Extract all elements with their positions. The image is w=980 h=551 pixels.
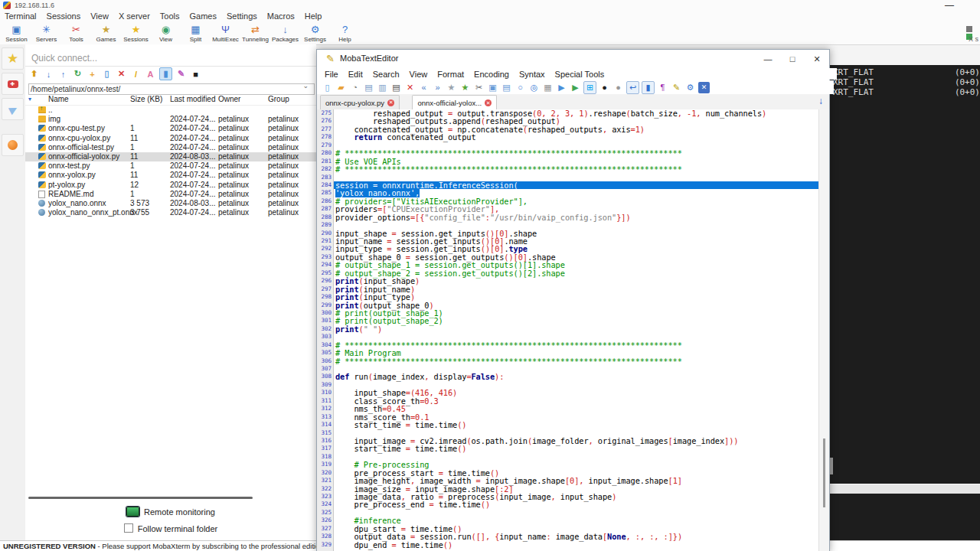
upload-icon[interactable]: ↑ (57, 68, 69, 80)
menu-item-help[interactable]: Help (305, 11, 322, 21)
search-icon[interactable]: ○ (514, 82, 526, 93)
copy-icon[interactable]: ▣ (487, 82, 498, 93)
history-icon[interactable]: ◔ (349, 82, 361, 93)
toolbar-button-tools[interactable]: ✂Tools (61, 21, 91, 44)
editor-menu-special-tools[interactable]: Special Tools (555, 70, 605, 79)
table-row[interactable]: pt-yolox.py122024-07-24...petalinuxpetal… (25, 181, 316, 190)
download-icon[interactable]: ↓ (43, 68, 54, 80)
bookmark-green-icon[interactable]: ★ (459, 82, 471, 93)
paste-icon[interactable]: ▤ (501, 82, 512, 93)
exit-editor-icon[interactable]: ✕ (698, 82, 710, 93)
editor-menu-search[interactable]: Search (373, 70, 400, 79)
close-file-icon[interactable]: ✕ (404, 82, 416, 93)
bookmark-icon[interactable]: ★ (446, 82, 457, 93)
table-row[interactable]: README.md12024-07-24...petalinuxpetalinu… (25, 190, 316, 199)
table-row[interactable]: img2024-07-24...petalinuxpetalinux (25, 115, 316, 124)
editor-menu-format[interactable]: Format (437, 70, 464, 79)
column-header-modified[interactable]: Last modified (170, 95, 215, 103)
editor-menu-edit[interactable]: Edit (348, 70, 363, 79)
remote-monitoring-button[interactable]: Remote monitoring (25, 507, 316, 517)
follow-terminal-checkbox[interactable] (124, 523, 133, 533)
toolbar-button-session[interactable]: ▣Session (2, 21, 31, 44)
new-folder-icon[interactable]: + (87, 68, 98, 80)
tab-close-icon[interactable]: ✕ (387, 99, 394, 106)
new-file-icon[interactable]: ▯ (101, 68, 113, 80)
tab-onnx-official-yolox-[interactable]: onnx-official-yolox...✕ (412, 95, 497, 110)
menu-item-tools[interactable]: Tools (160, 11, 180, 21)
delete-icon[interactable]: ✕ (116, 68, 127, 80)
sidebar-games-button[interactable] (2, 134, 24, 156)
linux-icon[interactable]: ● (599, 82, 610, 93)
unindent-icon[interactable]: « (418, 82, 430, 93)
pilcrow-icon[interactable]: ¶ (657, 82, 668, 93)
column-header-group[interactable]: Group (268, 95, 289, 103)
toolbar-button-help[interactable]: ?Help (330, 21, 360, 44)
column-mode-icon[interactable]: ▮ (642, 81, 655, 94)
menu-item-macros[interactable]: Macros (267, 11, 295, 21)
editor-scrollbar[interactable] (818, 109, 829, 551)
toolbar-button-servers[interactable]: ✳Servers (31, 21, 61, 44)
apple-icon[interactable]: ● (612, 82, 624, 93)
parent-folder-icon[interactable]: ⬆ (28, 68, 40, 80)
wand-icon[interactable]: ✎ (175, 68, 187, 80)
table-row[interactable]: onnx-official-yolox.py112024-08-03...pet… (25, 152, 316, 161)
editor-maximize-button[interactable]: □ (780, 50, 805, 68)
minimize-button[interactable]: — (942, 0, 957, 11)
move-file-icon[interactable]: ▶ (570, 82, 581, 93)
new-file-icon[interactable]: ▯ (322, 82, 333, 93)
key-icon[interactable]: / (130, 68, 142, 80)
tab-close-icon[interactable]: ✕ (485, 99, 492, 106)
toolbar-button-packages[interactable]: ↓Packages (270, 21, 300, 44)
menu-item-settings[interactable]: Settings (227, 11, 257, 21)
menu-item-terminal[interactable]: Terminal (5, 11, 37, 21)
sidebar-tools-button[interactable] (2, 73, 24, 95)
toolbar-button-tunneling[interactable]: ⇄Tunneling (240, 21, 270, 44)
toolbar-button-games[interactable]: ★Games (91, 21, 121, 44)
print-icon[interactable]: ▤ (390, 82, 402, 93)
toolbar-button-sessions[interactable]: ★Sessions (121, 21, 151, 44)
editor-scrollbar-thumb[interactable] (823, 439, 825, 507)
horizontal-scrollbar[interactable] (28, 497, 253, 499)
save-icon[interactable]: ▤ (363, 82, 374, 93)
table-row[interactable]: onnx-cpu-test.py12024-07-24...petalinuxp… (25, 124, 316, 133)
tab-onnx-cpu-yolox-py[interactable]: onnx-cpu-yolox.py✕ (320, 95, 400, 109)
editor-menu-encoding[interactable]: Encoding (474, 70, 509, 79)
table-row[interactable]: onnx-official-test.py12024-07-24...petal… (25, 143, 316, 152)
copy-file-icon[interactable]: ▶ (556, 82, 567, 93)
editor-settings-icon[interactable]: ⚙ (684, 82, 696, 93)
path-input[interactable] (28, 83, 315, 95)
cut-icon[interactable]: ✂ (473, 82, 485, 93)
editor-close-button[interactable]: ✕ (805, 50, 829, 68)
menu-item-games[interactable]: Games (190, 11, 217, 21)
menu-item-sessions[interactable]: Sessions (47, 11, 81, 21)
table-row[interactable]: yolox_nano_onnx_pt.onnx3 7552024-07-24..… (25, 208, 316, 217)
permissions-icon[interactable]: A (145, 68, 156, 80)
column-header-owner[interactable]: Owner (218, 95, 240, 103)
windows-icon[interactable]: ⊞ (583, 81, 596, 94)
replace-icon[interactable]: ◎ (528, 82, 540, 93)
table-row[interactable]: onnx-test.py12024-07-24...petalinuxpetal… (25, 161, 316, 171)
view-mode-icon[interactable]: ▮ (159, 67, 172, 80)
sort-arrow-icon[interactable]: ▾ (28, 96, 31, 103)
toolbar-button-settings[interactable]: ⚙Settings (300, 21, 330, 44)
menu-item-view[interactable]: View (90, 11, 109, 21)
scroll-down-arrow-icon[interactable]: ↓ (818, 96, 823, 106)
toolbar-button-view[interactable]: ◉View (151, 21, 181, 44)
chevron-down-icon[interactable]: ⌄ (302, 82, 309, 90)
save-as-icon[interactable]: ▥ (377, 82, 388, 93)
editor-minimize-button[interactable]: — (756, 50, 780, 68)
undo-icon[interactable]: ↩ (626, 81, 639, 94)
table-row[interactable]: .. (25, 106, 316, 115)
terminal-area-lower[interactable] (828, 494, 980, 542)
edit-pencil-icon[interactable]: ✎ (671, 82, 682, 93)
terminal-icon[interactable]: ■ (190, 68, 201, 80)
menu-item-x-server[interactable]: X server (119, 11, 150, 21)
sidebar-macros-button[interactable]: ▶ (2, 98, 24, 120)
editor-menu-view[interactable]: View (410, 70, 428, 79)
terminal-area[interactable]: XRT_FLAT(0+0)XRT_FLAT(0+0)XRT_FLAT(0+0) (828, 65, 980, 484)
table-row[interactable]: onnx-yolox.py112024-07-24...petalinuxpet… (25, 171, 316, 180)
editor-menu-file[interactable]: File (325, 70, 338, 79)
code-editor[interactable]: 275 reshaped_output = output.transpose(0… (317, 109, 818, 551)
toolbar-button-split[interactable]: ▦Split (181, 21, 211, 44)
table-row[interactable]: onnx-cpu-yolox.py112024-07-24...petalinu… (25, 134, 316, 143)
